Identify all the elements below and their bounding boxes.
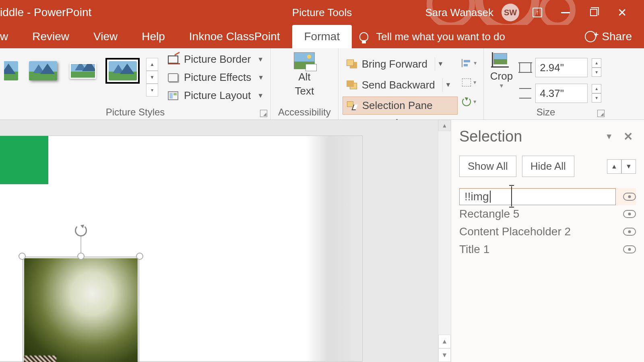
height-spinner[interactable]: ▲▼ [592,58,601,77]
spinner-up-icon[interactable]: ▲ [592,58,601,68]
share-label: Share [602,30,632,43]
selection-item[interactable]: Title 1 [459,241,636,258]
tab-review[interactable]: Review [20,25,81,48]
chevron-down-icon[interactable]: ▼ [435,57,446,71]
selected-picture[interactable] [23,257,139,362]
resize-handle-tl[interactable] [19,253,26,260]
send-backward-reorder-button[interactable]: ▼ [621,159,636,174]
tell-me-search[interactable]: Tell me what you want to do [376,25,573,48]
restore-button[interactable] [584,4,604,21]
align-button[interactable]: ▼ [460,55,479,72]
height-input[interactable] [535,58,588,77]
ibeam-cursor-icon [511,186,512,206]
resize-handle-tr[interactable] [136,253,143,260]
height-field-row: ▲▼ [519,58,601,77]
chevron-down-icon[interactable]: ▼ [442,78,454,92]
crop-button[interactable]: Crop ▼ [490,52,513,104]
group-size: Crop ▼ ▲▼ ▲▼ Size ◢ [484,48,608,119]
ribbon-display-options-button[interactable]: ↑ [527,4,547,21]
selection-item[interactable]: Content Placeholder 2 [459,223,636,241]
selection-pane-button[interactable]: Selection Pane [343,97,458,115]
crop-icon [491,52,512,70]
rename-input[interactable]: !!img [459,188,616,205]
chevron-down-icon: ▼ [257,92,264,99]
restore-icon [590,9,597,16]
group-icon [462,78,471,86]
group-accessibility: Alt Text Accessibility [271,48,339,119]
group-objects-button[interactable]: ▼ [460,74,479,91]
gallery-more-icon[interactable]: ▾ [146,84,158,97]
gallery-down-icon[interactable]: ▼ [146,71,158,84]
dialog-launcher-size[interactable]: ◢ [597,110,605,117]
tab-view[interactable]: View [81,25,130,48]
bring-forward-reorder-button[interactable]: ▲ [607,159,621,174]
close-icon: ✕ [617,6,627,19]
visibility-toggle[interactable] [623,245,636,253]
bring-forward-button[interactable]: Bring Forward ▼ [343,55,458,73]
picture-layout-label: Picture Layout [184,89,251,102]
width-spinner[interactable]: ▲▼ [592,84,601,103]
rotate-icon [462,97,471,106]
selection-item-list: !!img Rectangle 5 Content Placeholder 2 … [459,188,636,258]
title-bar: iddle - PowerPoint Picture Tools Sara Wa… [0,0,644,25]
bring-forward-label: Bring Forward [362,58,427,70]
vertical-scrollbar[interactable]: ▲ ▲ ▼ [438,120,451,362]
gallery-scroll[interactable]: ▲ ▼ ▾ [146,58,158,104]
style-thumb-4-selected[interactable] [105,58,140,84]
picture-border-button[interactable]: Picture Border▼ [165,51,266,67]
lightbulb-icon [359,32,368,41]
pane-close-button[interactable]: ✕ [620,130,636,143]
scroll-track[interactable] [438,131,451,335]
share-button[interactable]: Share [573,25,644,48]
width-input[interactable] [535,84,588,103]
resize-handle-tm[interactable] [77,253,85,260]
prev-slide-button[interactable]: ▲ [438,335,451,348]
tab-format[interactable]: Format [292,25,352,48]
spinner-down-icon[interactable]: ▼ [592,68,601,77]
selection-item-editing[interactable]: !!img [459,188,636,205]
selection-pane: Selection ▼ ✕ Show All Hide All ▲ ▼ !!im… [451,120,644,362]
rectangle-shape[interactable] [0,136,48,184]
minimize-icon [561,12,570,13]
gallery-up-icon[interactable]: ▲ [146,58,158,71]
chevron-down-icon: ▼ [258,74,264,81]
style-thumb-2[interactable] [26,58,60,84]
selection-pane-label: Selection Pane [362,99,433,112]
spinner-down-icon[interactable]: ▼ [592,93,601,103]
context-tab-title: Picture Tools [292,6,352,19]
chevron-down-icon: ▼ [473,80,477,85]
tell-me-icon-wrap [352,25,376,48]
selection-item[interactable]: Rectangle 5 [459,205,636,223]
dialog-launcher-styles[interactable]: ◢ [260,110,267,117]
rotation-connector [80,236,81,253]
next-slide-button[interactable]: ▼ [438,348,451,362]
picture-effects-icon [167,72,179,83]
visibility-toggle[interactable] [623,193,636,201]
user-avatar[interactable]: SW [502,4,519,21]
alt-text-button[interactable]: Alt Text [294,52,315,104]
picture-effects-button[interactable]: Picture Effects▼ [165,70,266,85]
slide-canvas[interactable] [0,120,438,362]
document-title: iddle - PowerPoint [0,6,91,19]
pane-options-button[interactable]: ▼ [598,132,620,141]
close-button[interactable]: ✕ [612,4,632,21]
group-label-accessibility: Accessibility [278,104,331,119]
alt-text-icon [294,52,315,69]
show-all-button[interactable]: Show All [459,156,516,177]
style-thumb-1[interactable] [4,58,20,84]
tab-help[interactable]: Help [130,25,177,48]
visibility-toggle[interactable] [623,228,636,236]
tab-partial[interactable]: w [0,25,20,48]
visibility-toggle[interactable] [623,210,636,218]
picture-layout-button[interactable]: Picture Layout▼ [165,88,266,103]
hide-all-button[interactable]: Hide All [522,156,574,177]
spinner-up-icon[interactable]: ▲ [592,84,601,93]
style-thumb-3[interactable] [66,58,100,84]
slide[interactable] [0,136,362,361]
rotation-handle[interactable] [75,224,87,237]
tab-classpoint[interactable]: Inknoe ClassPoint [177,25,292,48]
minimize-button[interactable] [555,4,576,21]
send-backward-button[interactable]: Send Backward ▼ [343,76,458,94]
rotate-button[interactable]: ▼ [460,93,479,110]
picture-styles-gallery[interactable] [4,51,143,104]
